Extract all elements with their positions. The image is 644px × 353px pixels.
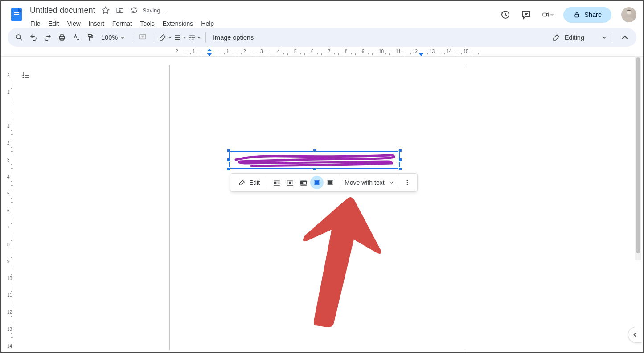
svg-rect-58 [328, 181, 332, 185]
separator [205, 32, 206, 42]
side-panel-expand-icon[interactable] [628, 327, 641, 343]
border-color-icon[interactable] [159, 31, 172, 44]
menu-tools[interactable]: Tools [136, 18, 158, 29]
svg-rect-2 [14, 14, 19, 15]
svg-rect-1 [14, 12, 19, 13]
annotation-arrow [269, 196, 385, 330]
image-context-toolbar: Edit Move with text [230, 173, 418, 192]
paint-format-icon[interactable] [84, 31, 97, 44]
svg-point-12 [16, 35, 21, 39]
svg-point-10 [624, 17, 634, 22]
svg-rect-39 [289, 182, 291, 184]
move-to-folder-icon[interactable] [116, 6, 124, 14]
svg-point-59 [406, 180, 408, 181]
border-weight-icon[interactable] [173, 31, 186, 44]
menu-extensions[interactable]: Extensions [159, 18, 197, 29]
resize-handle[interactable] [227, 149, 230, 152]
svg-rect-7 [543, 13, 546, 16]
menu-edit[interactable]: Edit [45, 18, 63, 29]
app-header: Untitled document Saving... File Edit Vi… [1, 1, 643, 28]
svg-line-13 [20, 38, 22, 40]
separator [267, 177, 267, 188]
svg-rect-8 [575, 14, 579, 17]
behind-text-icon[interactable] [310, 176, 324, 189]
inline-wrap-icon[interactable] [270, 176, 283, 189]
scrollbar-thumb[interactable] [636, 57, 640, 253]
edit-image-button[interactable]: Edit [234, 176, 264, 189]
svg-rect-15 [61, 35, 63, 37]
selected-image[interactable] [229, 151, 400, 169]
vertical-ruler[interactable]: 211234567891011121314 [3, 57, 16, 350]
svg-point-61 [406, 184, 408, 185]
history-icon[interactable] [499, 9, 511, 20]
menu-insert[interactable]: Insert [85, 18, 108, 29]
spellcheck-icon[interactable] [70, 31, 82, 44]
resize-handle[interactable] [227, 158, 230, 162]
menu-view[interactable]: View [64, 18, 84, 29]
wrap-text-icon[interactable] [283, 176, 297, 189]
comments-icon[interactable] [521, 9, 532, 20]
editing-mode-dropdown[interactable]: Editing [550, 33, 609, 41]
zoom-dropdown[interactable]: 100% [98, 34, 127, 41]
outline-toggle-icon[interactable] [21, 70, 31, 81]
svg-rect-17 [88, 34, 92, 37]
resize-handle[interactable] [313, 149, 316, 152]
editing-label: Editing [565, 34, 584, 41]
zoom-value: 100% [101, 34, 118, 41]
saving-status: Saving... [143, 7, 165, 14]
menu-format[interactable]: Format [109, 18, 135, 29]
share-label: Share [584, 11, 602, 18]
resize-handle[interactable] [398, 149, 402, 152]
border-dash-icon[interactable] [188, 31, 201, 44]
search-icon[interactable] [13, 31, 25, 44]
menu-file[interactable]: File [27, 18, 44, 29]
resize-handle[interactable] [398, 167, 402, 171]
image-options-button[interactable]: Image options [210, 34, 256, 41]
resize-handle[interactable] [313, 167, 316, 171]
menu-help[interactable]: Help [197, 18, 217, 29]
svg-point-60 [406, 182, 408, 183]
in-front-text-icon[interactable] [324, 176, 337, 189]
title-area: Untitled document Saving... File Edit Vi… [30, 5, 217, 29]
header-right: Share [499, 5, 636, 24]
separator [612, 32, 612, 42]
vertical-scrollbar[interactable] [635, 56, 641, 260]
svg-rect-3 [14, 16, 18, 16]
svg-rect-47 [300, 182, 303, 184]
svg-point-31 [23, 77, 24, 78]
separator [340, 177, 340, 188]
separator [154, 32, 154, 42]
star-icon[interactable] [102, 6, 110, 14]
edit-label: Edit [249, 179, 260, 186]
svg-rect-34 [274, 182, 276, 184]
document-title[interactable]: Untitled document [30, 6, 95, 15]
redo-button[interactable] [41, 31, 54, 44]
separator [398, 177, 398, 188]
horizontal-ruler[interactable]: 21123456789101112131415 [1, 49, 643, 57]
collapse-toolbar-icon[interactable] [619, 31, 631, 44]
svg-point-29 [23, 75, 24, 76]
resize-handle[interactable] [398, 158, 402, 162]
cloud-status-icon[interactable] [130, 6, 138, 14]
main-toolbar: 100% Image options Editing [8, 28, 636, 47]
svg-rect-49 [315, 181, 319, 185]
video-call-button[interactable] [542, 9, 554, 20]
menubar: File Edit View Insert Format Tools Exten… [27, 18, 217, 29]
position-dropdown[interactable]: Move with text [343, 179, 395, 186]
resize-handle[interactable] [227, 167, 230, 171]
docs-logo-icon[interactable] [8, 6, 25, 24]
separator [132, 32, 132, 42]
print-icon[interactable] [56, 31, 68, 44]
undo-button[interactable] [27, 31, 40, 44]
share-button[interactable]: Share [563, 7, 611, 23]
add-comment-icon [137, 31, 149, 44]
position-label: Move with text [345, 179, 384, 186]
break-text-icon[interactable] [297, 176, 310, 189]
svg-point-27 [23, 73, 24, 73]
more-options-icon[interactable] [401, 176, 414, 189]
avatar[interactable] [621, 7, 636, 22]
